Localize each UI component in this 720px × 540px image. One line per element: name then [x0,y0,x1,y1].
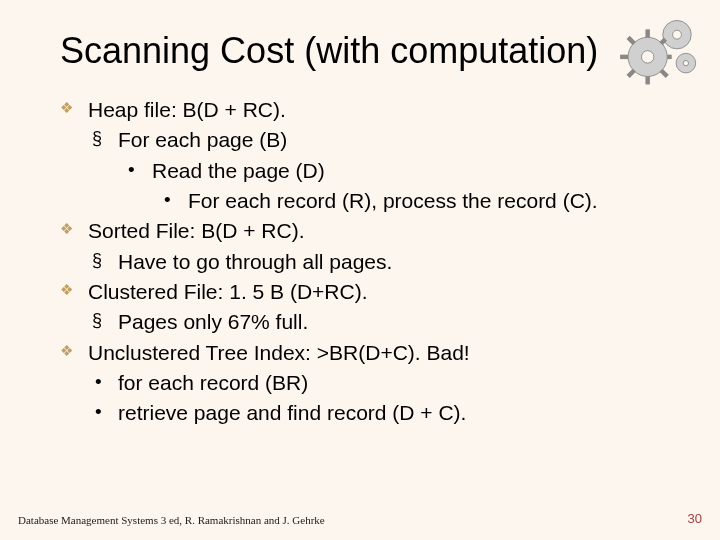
slide-content: Heap file: B(D + RC). For each page (B) … [60,96,680,428]
bullet-for-each-record: for each record (BR) [60,369,680,397]
svg-line-10 [628,37,634,43]
svg-line-11 [661,70,667,76]
bullet-clustered-file: Clustered File: 1. 5 B (D+RC). [60,278,680,306]
svg-point-1 [641,51,653,63]
bullet-retrieve-page: retrieve page and find record (D + C). [60,399,680,427]
slide: Scanning Cost (with computation) Heap fi… [0,0,720,540]
bullet-67-full: Pages only 67% full. [60,308,680,336]
bullet-read-page: Read the page (D) [60,157,680,185]
svg-point-5 [683,60,688,65]
bullet-process-record: For each record (R), process the record … [60,187,680,215]
page-number: 30 [688,511,702,526]
svg-line-13 [661,39,665,43]
bullet-unclustered-tree: Unclustered Tree Index: >BR(D+C). Bad! [60,339,680,367]
svg-line-12 [628,70,634,76]
gears-icon [616,8,706,88]
bullet-all-pages: Have to go through all pages. [60,248,680,276]
bullet-for-each-page: For each page (B) [60,126,680,154]
bullet-heap-file: Heap file: B(D + RC). [60,96,680,124]
footer-citation: Database Management Systems 3 ed, R. Ram… [18,514,325,526]
slide-title: Scanning Cost (with computation) [60,30,680,72]
bullet-sorted-file: Sorted File: B(D + RC). [60,217,680,245]
svg-point-3 [673,30,682,39]
